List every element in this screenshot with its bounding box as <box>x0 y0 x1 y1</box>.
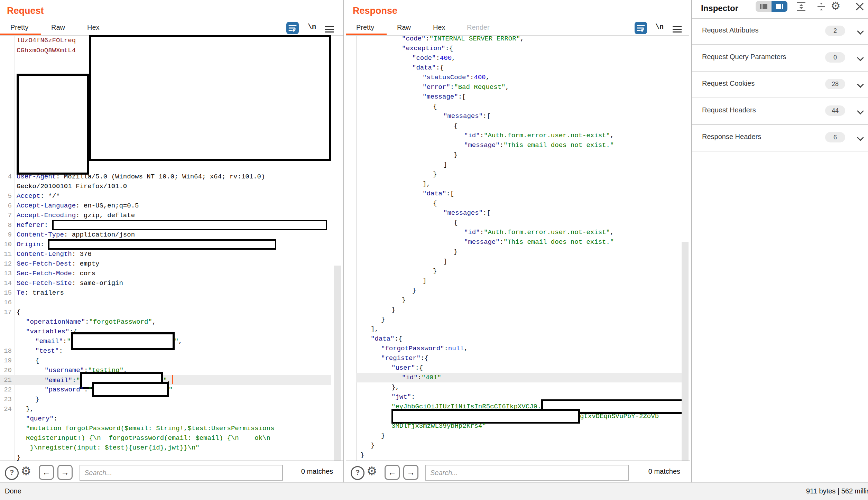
code-line[interactable]: "exception":{ <box>356 44 682 53</box>
code-line[interactable]: } <box>356 305 682 315</box>
code-line[interactable]: }, <box>356 382 682 392</box>
code-line[interactable]: 11Content-Length: 376 <box>0 249 331 259</box>
tab-raw[interactable]: Raw <box>397 24 411 31</box>
code-line[interactable]: { <box>356 121 682 131</box>
code-line[interactable]: ], <box>356 179 682 189</box>
inspector-section-request-cookies[interactable]: Request Cookies28 <box>692 71 868 98</box>
chevron-down-icon[interactable] <box>858 28 863 34</box>
code-line[interactable]: 19{ <box>0 356 331 365</box>
code-line[interactable]: gtxvDEqnSVuPbY-2ZoVb <box>356 411 682 421</box>
code-line[interactable]: "email":"", <box>0 336 331 346</box>
chevron-down-icon[interactable] <box>858 108 863 114</box>
code-line[interactable]: 14Sec-Fetch-Site: same-origin <box>0 278 331 288</box>
inspector-divider[interactable] <box>691 0 692 482</box>
code-line[interactable]: 13Sec-Fetch-Mode: cors <box>0 269 331 278</box>
code-line[interactable]: 3MDlfjx3mzwL39ybHp2Krs4" <box>356 421 682 431</box>
code-line[interactable]: 16 <box>0 298 331 307</box>
code-line[interactable]: ] <box>356 257 682 266</box>
search-input[interactable] <box>425 465 629 481</box>
code-line[interactable]: } <box>356 441 682 450</box>
next-match-button[interactable]: → <box>403 465 418 480</box>
code-line[interactable]: 20"username":"testing", <box>0 365 331 375</box>
code-line[interactable]: "statusCode":400, <box>356 73 682 82</box>
chevron-down-icon[interactable] <box>858 135 863 140</box>
code-line[interactable]: }\nregister(input: $test){user{id},jwt}}… <box>0 443 331 453</box>
wrap-lines-icon[interactable] <box>286 22 299 34</box>
request-editor[interactable]: lUzO4fN6zFOLreqCGhxmOoQ8WXmtL44User-Agen… <box>0 36 343 461</box>
code-line[interactable]: 18"test": <box>0 346 331 356</box>
expand-all-icon[interactable] <box>796 1 806 13</box>
code-line[interactable]: 10Origin: <box>0 240 331 249</box>
code-line[interactable]: 6Accept-Language: en-US,en;q=0.5 <box>0 201 331 211</box>
code-line[interactable]: 8Referer: <box>0 220 331 230</box>
code-line[interactable]: ] <box>356 160 682 169</box>
code-line[interactable]: "register":{ <box>356 353 682 363</box>
code-line[interactable]: } <box>356 295 682 305</box>
code-line[interactable]: ] <box>356 276 682 286</box>
code-line[interactable]: } <box>356 286 682 295</box>
code-line[interactable]: RegisterInput!) {\n forgotPassword(email… <box>0 433 331 443</box>
code-line[interactable]: "message":"This email does not exist." <box>356 140 682 150</box>
panel-divider[interactable] <box>343 0 344 482</box>
menu-icon[interactable] <box>673 24 682 34</box>
code-line[interactable]: "message":[ <box>356 92 682 102</box>
tab-pretty[interactable]: Pretty <box>10 24 28 31</box>
code-line[interactable]: "id":"Auth.form.error.user.not-exist", <box>356 131 682 140</box>
code-line[interactable]: "message":"This email does not exist." <box>356 237 682 247</box>
tab-hex[interactable]: Hex <box>433 24 445 31</box>
response-editor[interactable]: "code":"INTERNAL_SERVER_ERROR","exceptio… <box>346 36 689 461</box>
code-line[interactable]: } <box>356 266 682 276</box>
tab-hex[interactable]: Hex <box>87 24 100 31</box>
code-line[interactable]: { <box>356 218 682 228</box>
chevron-down-icon[interactable] <box>858 55 863 61</box>
help-icon[interactable]: ? <box>5 466 19 480</box>
inspector-section-request-headers[interactable]: Request Headers44 <box>692 98 868 125</box>
chevron-down-icon[interactable] <box>858 82 863 87</box>
tab-render[interactable]: Render <box>467 24 490 31</box>
code-line[interactable]: "data":[ <box>356 189 682 198</box>
code-line[interactable]: "id":"401" <box>356 373 682 382</box>
code-line[interactable]: 17{ <box>0 307 331 317</box>
settings-gear-icon[interactable]: ⚙ <box>21 464 31 478</box>
next-match-button[interactable]: → <box>57 465 73 480</box>
wrap-lines-icon[interactable] <box>635 22 647 34</box>
inspector-split-view-button[interactable] <box>772 1 787 12</box>
code-line[interactable]: "code":"INTERNAL_SERVER_ERROR", <box>356 34 682 44</box>
code-line[interactable]: 15Te: trailers <box>0 288 331 298</box>
code-line[interactable]: 23} <box>0 395 331 404</box>
tab-raw[interactable]: Raw <box>51 24 65 31</box>
newline-toggle[interactable]: \n <box>308 23 316 31</box>
code-line[interactable]: "user":{ <box>356 363 682 373</box>
code-line[interactable]: 7Accept-Encoding: gzip, deflate <box>0 211 331 220</box>
code-line[interactable]: 22"password":"" <box>0 385 331 395</box>
code-line[interactable]: 24}, <box>0 404 331 414</box>
code-line[interactable]: "data":{ <box>356 334 682 344</box>
code-line[interactable]: { <box>356 198 682 208</box>
collapse-all-icon[interactable] <box>817 1 826 13</box>
menu-icon[interactable] <box>325 24 334 34</box>
code-line[interactable]: 9Content-Type: application/json <box>0 230 331 240</box>
inspector-section-request-attributes[interactable]: Request Attributes2 <box>692 18 868 45</box>
code-line[interactable]: ], <box>356 324 682 334</box>
tab-pretty[interactable]: Pretty <box>356 24 374 31</box>
code-line[interactable]: "operationName":"forgotPassword", <box>0 317 331 327</box>
inspector-section-response-headers[interactable]: Response Headers6 <box>692 124 868 151</box>
code-line[interactable]: "data":{ <box>356 63 682 73</box>
code-line[interactable]: 12Sec-Fetch-Dest: empty <box>0 259 331 269</box>
inspector-sidebar-view-button[interactable] <box>756 1 772 12</box>
code-line[interactable]: "mutation forgotPassword($email: String!… <box>0 424 331 433</box>
code-line[interactable]: "messages":[ <box>356 208 682 218</box>
code-line[interactable]: } <box>356 150 682 160</box>
code-line[interactable]: "messages":[ <box>356 111 682 121</box>
code-line[interactable]: } <box>356 247 682 257</box>
settings-gear-icon[interactable]: ⚙ <box>367 464 377 478</box>
inspector-section-request-query-parameters[interactable]: Request Query Parameters0 <box>692 45 868 72</box>
prev-match-button[interactable]: ← <box>385 465 400 480</box>
code-line[interactable]: "query": <box>0 414 331 424</box>
code-line[interactable]: } <box>356 431 682 441</box>
help-icon[interactable]: ? <box>351 466 364 480</box>
prev-match-button[interactable]: ← <box>39 465 54 480</box>
code-line[interactable]: "forgotPassword":null, <box>356 344 682 353</box>
code-line[interactable]: "id":"Auth.form.error.user.not-exist", <box>356 228 682 237</box>
code-line[interactable]: "error":"Bad Request", <box>356 82 682 92</box>
